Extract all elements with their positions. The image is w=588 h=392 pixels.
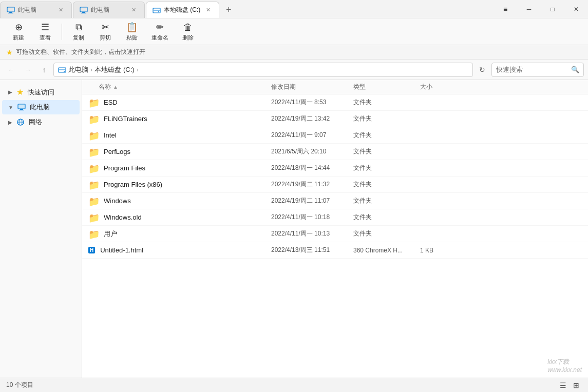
file-type: 文件夹 — [353, 99, 372, 106]
column-name[interactable]: 名称 ▲ — [86, 83, 271, 91]
table-row[interactable]: 📁 Program Files 2022/4/18/周一 14:44 文件夹 — [82, 160, 588, 177]
column-date-label: 修改日期 — [271, 83, 296, 90]
search-input[interactable] — [496, 66, 569, 73]
view-icon: ☰ — [41, 22, 49, 33]
up-button[interactable]: ↑ — [37, 63, 51, 77]
file-size: 1 KB — [420, 247, 433, 254]
search-icon: 🔍 — [571, 66, 579, 73]
file-name: Program Files — [104, 164, 275, 172]
tab-1-label: 此电脑 — [18, 6, 36, 14]
delete-icon: 🗑 — [183, 22, 193, 33]
toolbar-separator-1 — [62, 24, 62, 40]
tab-3-close[interactable]: ✕ — [203, 6, 213, 15]
folder-icon: 📁 — [88, 114, 99, 124]
file-date: 2022/4/13/周三 11:51 — [271, 246, 330, 253]
rename-icon: ✏ — [156, 22, 164, 33]
sidebar-item-this-pc[interactable]: ▼ 此电脑 — [2, 100, 80, 114]
svg-point-10 — [64, 71, 65, 72]
column-name-label: 名称 — [99, 83, 111, 91]
folder-icon: 📁 — [88, 163, 99, 173]
table-row[interactable]: 📁 Program Files (x86) 2022/4/19/周二 11:32… — [82, 177, 588, 193]
table-row[interactable]: 📁 PerfLogs 2021/6/5/周六 20:10 文件夹 — [82, 144, 588, 160]
address-path[interactable]: 此电脑 › 本地磁盘 (C:) › — [53, 63, 473, 77]
table-row[interactable]: 📁 FLiNGTrainers 2022/4/19/周二 13:42 文件夹 — [82, 111, 588, 127]
computer-icon — [7, 6, 15, 14]
search-box[interactable]: 🔍 — [491, 63, 584, 77]
tab-2-close[interactable]: ✕ — [129, 6, 138, 15]
folder-icon: 📁 — [88, 212, 99, 223]
tab-1[interactable]: 此电脑 ✕ — [0, 2, 72, 18]
menu-button[interactable]: ≡ — [494, 0, 517, 18]
maximize-button[interactable]: □ — [541, 0, 564, 18]
table-row[interactable]: 📁 用户 2022/4/11/周一 10:13 文件夹 — [82, 226, 588, 242]
cut-button[interactable]: ✂ 剪切 — [93, 19, 118, 44]
file-list-header: 名称 ▲ 修改日期 类型 大小 — [82, 80, 588, 94]
file-name: Program Files (x86) — [104, 181, 275, 188]
tab-3-label: 本地磁盘 (C:) — [164, 6, 200, 14]
file-type: 文件夹 — [353, 230, 372, 237]
titlebar: 此电脑 ✕ 此电脑 ✕ 本地磁盘 (C:) ✕ + ≡ — [0, 0, 588, 18]
paste-button[interactable]: 📋 粘贴 — [120, 19, 144, 44]
file-date: 2022/4/19/周二 13:42 — [271, 115, 330, 122]
folder-icon: 📁 — [88, 130, 99, 141]
add-tab-button[interactable]: + — [220, 2, 237, 18]
delete-button[interactable]: 🗑 删除 — [176, 20, 200, 44]
sidebar-label-network: 网络 — [29, 117, 42, 127]
minimize-button[interactable]: ─ — [517, 0, 541, 18]
column-type[interactable]: 类型 — [353, 83, 420, 91]
path-separator-2: › — [137, 66, 139, 73]
sidebar-item-network[interactable]: ▶ 网络 — [2, 115, 80, 129]
new-label: 新建 — [13, 34, 24, 42]
column-size[interactable]: 大小 — [420, 83, 461, 91]
copy-button[interactable]: ⧉ 复制 — [66, 20, 91, 44]
titlebar-controls: ≡ ─ □ ✕ — [494, 0, 588, 18]
forward-button[interactable]: → — [21, 63, 35, 77]
maximize-icon: □ — [551, 6, 554, 13]
back-button[interactable]: ← — [4, 63, 18, 77]
grid-view-button[interactable]: ⊞ — [571, 380, 582, 391]
main-layout: ▶ ★ 快速访问 ▼ 此电脑 ▶ 网络 名称 — [0, 80, 588, 378]
table-row[interactable]: 📁 Windows.old 2022/4/11/周一 10:18 文件夹 — [82, 209, 588, 226]
file-type: 文件夹 — [353, 213, 372, 221]
folder-icon: 📁 — [88, 97, 99, 108]
refresh-button[interactable]: ↻ — [475, 63, 489, 77]
copy-label: 复制 — [73, 34, 84, 42]
table-row[interactable]: 📁 Intel 2022/4/11/周一 9:07 文件夹 — [82, 127, 588, 144]
statusbar-view-controls: ☰ ⊞ — [557, 380, 582, 391]
folder-icon: 📁 — [88, 180, 99, 190]
tab-2[interactable]: 此电脑 ✕ — [73, 2, 145, 18]
tab-2-label: 此电脑 — [91, 6, 109, 14]
table-row[interactable]: H Untitled-1.html 2022/4/13/周三 11:51 360… — [82, 242, 588, 259]
svg-point-7 — [158, 11, 159, 12]
folder-icon: 📁 — [88, 147, 99, 157]
network-sidebar-icon — [16, 118, 25, 126]
tabs-area: 此电脑 ✕ 此电脑 ✕ 本地磁盘 (C:) ✕ + — [0, 0, 494, 18]
view-button[interactable]: ☰ 查看 — [33, 19, 58, 44]
folder-icon: 📁 — [88, 196, 99, 206]
file-list: 名称 ▲ 修改日期 类型 大小 📁 ESD 2022/4/11/周一 8:53 … — [82, 80, 588, 378]
file-date: 2022/4/11/周一 8:53 — [271, 99, 326, 106]
this-pc-expand-icon: ▼ — [8, 105, 13, 110]
tab-1-close[interactable]: ✕ — [56, 6, 65, 15]
column-date[interactable]: 修改日期 — [271, 83, 353, 91]
cut-label: 剪切 — [100, 34, 111, 42]
table-row[interactable]: 📁 Windows 2022/4/19/周二 11:07 文件夹 — [82, 193, 588, 209]
bookmark-bar: ★ 可拖动文档、软件、文件夹到此，点击快速打开 — [0, 45, 588, 60]
list-view-button[interactable]: ☰ — [557, 380, 568, 391]
sidebar-item-quick-access[interactable]: ▶ ★ 快速访问 — [2, 85, 80, 100]
column-type-label: 类型 — [353, 83, 366, 90]
folder-icon: 📁 — [88, 229, 99, 239]
close-icon: ✕ — [574, 6, 579, 13]
table-row[interactable]: 📁 ESD 2022/4/11/周一 8:53 文件夹 — [82, 94, 588, 111]
path-this-pc: 此电脑 — [68, 65, 88, 74]
file-date: 2022/4/11/周一 10:13 — [271, 230, 330, 237]
new-button[interactable]: ⊕ 新建 — [6, 19, 31, 44]
file-type: 文件夹 — [353, 115, 372, 122]
close-button[interactable]: ✕ — [564, 0, 588, 18]
computer-sidebar-icon — [17, 103, 26, 111]
file-name: ESD — [104, 99, 275, 106]
tab-3[interactable]: 本地磁盘 (C:) ✕ — [146, 2, 219, 18]
file-rows-container: 📁 ESD 2022/4/11/周一 8:53 文件夹 📁 FLiNGTrain… — [82, 94, 588, 259]
rename-button[interactable]: ✏ 重命名 — [146, 19, 174, 44]
file-type: 文件夹 — [353, 164, 372, 171]
